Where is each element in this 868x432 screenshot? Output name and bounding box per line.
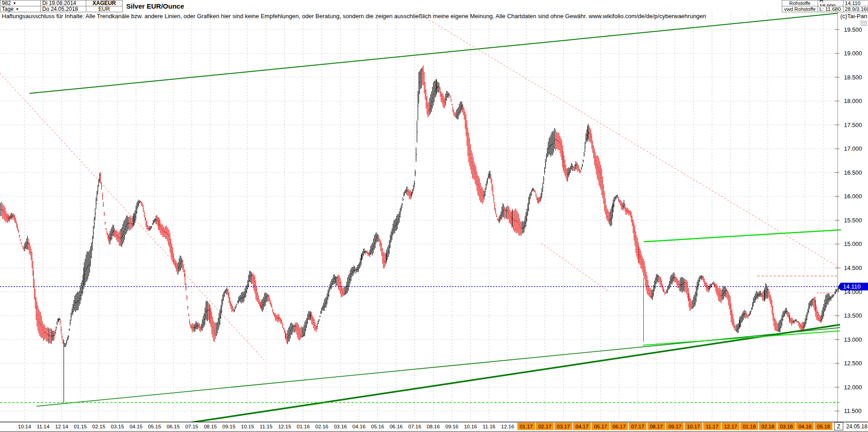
x-axis-label: 10.14 <box>18 424 31 429</box>
y-axis-label: 14.500 <box>844 265 862 271</box>
x-axis-label: 04.15 <box>129 424 143 429</box>
red-dashed-down-2016-2018 <box>416 12 841 268</box>
x-axis-label: 05.17 <box>594 424 607 429</box>
red-dashed-short-2017 <box>541 243 608 291</box>
x-axis-label: 02.16 <box>315 424 328 429</box>
lower-green-support-thick <box>184 325 840 424</box>
date-from-value: Di 19.08.2014 <box>42 0 76 6</box>
x-axis-label: 12.17 <box>724 424 737 429</box>
x-axis-label: 08.16 <box>427 424 440 429</box>
stats-value: 28.9/3.160 <box>845 6 868 12</box>
panel-toggle-icon[interactable] <box>861 21 867 26</box>
date-to-field[interactable]: Do 24.05.2018 <box>41 6 86 12</box>
period-value: Tage <box>2 6 14 12</box>
chevron-down-icon: ▼ <box>15 7 19 11</box>
price-bars <box>1 65 840 403</box>
data-source-row2: vwd Rohstoffe <box>782 6 818 12</box>
y-axis-label: 17.000 <box>844 145 862 152</box>
last-price-cell: 14.110 <box>843 0 868 6</box>
x-axis-label: 09.15 <box>222 424 236 429</box>
y-axis-label: 18.500 <box>844 74 862 81</box>
x-axis-label: 11.16 <box>483 424 495 429</box>
y-axis-label: 18.000 <box>844 98 862 104</box>
x-axis-label: 04.16 <box>352 424 365 429</box>
y-axis-label: 15.500 <box>844 217 862 224</box>
period-low: L: 11.680 <box>818 6 843 12</box>
x-axis-label: 02.17 <box>538 424 552 429</box>
date-from-field[interactable]: Di 19.08.2014 <box>41 0 86 6</box>
price-marker-badge: 14.110 <box>838 283 868 290</box>
y-axis-label: 15.000 <box>844 241 862 247</box>
x-axis-label: 11.15 <box>260 424 272 429</box>
application-window: 19.50019.00018.50018.00017.50017.00016.5… <box>0 0 868 432</box>
x-axis-label: 02.18 <box>761 424 774 429</box>
data-source-row1: Rohstoffe <box>782 0 818 6</box>
disclaimer-text: Haftungsausschluss für Inhalte: Alle Tre… <box>2 13 706 20</box>
x-axis-label: 01.16 <box>297 424 310 429</box>
x-axis-label: 01.18 <box>743 424 756 429</box>
chart-area[interactable]: 19.50019.00018.50018.00017.50017.00016.5… <box>0 0 868 432</box>
x-axis-label: 05.16 <box>371 424 384 429</box>
z-label[interactable]: Z <box>837 423 840 430</box>
bars-up <box>1 68 839 347</box>
x-axis-label: 11.17 <box>705 424 718 429</box>
bars-down <box>2 65 820 347</box>
x-axis-label: 10.17 <box>687 424 700 429</box>
x-axis-label: 11.14 <box>37 424 50 429</box>
upper-green-channel <box>30 13 838 93</box>
currency-cell: EUR <box>86 6 123 12</box>
period-high: H: 18.900 <box>818 0 843 6</box>
x-axis-label: 12.15 <box>278 424 291 429</box>
last-price-value: 14.110 <box>845 0 860 6</box>
x-axis-label: 01.17 <box>520 424 533 429</box>
x-axis-label: 04.18 <box>799 424 812 429</box>
bars-count-dropdown[interactable]: 982 ▼ <box>0 0 41 6</box>
source2-label: vwd Rohstoffe <box>784 6 816 12</box>
x-axis-label: 06.17 <box>612 424 626 429</box>
y-axis-label: 12.500 <box>844 360 862 367</box>
y-axis-label: 19.500 <box>844 26 862 33</box>
x-axis-label: 10.16 <box>464 424 477 429</box>
x-axis-label: 03.15 <box>111 424 124 429</box>
y-axis-label: 13.500 <box>844 312 862 319</box>
currency-value: EUR <box>99 6 110 12</box>
period-dropdown[interactable]: Tage ▼ <box>0 6 41 12</box>
x-axis-label: 07.16 <box>408 424 421 429</box>
x-axis-label: 12.16 <box>501 424 514 429</box>
x-axis-label: 12.14 <box>55 424 68 429</box>
page-title: Silver EUR/Ounce <box>126 0 184 12</box>
x-axis-label: 09.16 <box>445 424 459 429</box>
x-axis-label: 03.18 <box>780 424 793 429</box>
x-axis-label: 08.17 <box>650 424 663 429</box>
x-axis-label: 07.15 <box>185 424 198 429</box>
x-axis-label: 08.15 <box>204 424 217 429</box>
x-axis-label: 10.15 <box>241 424 254 429</box>
x-axis-label: 05.15 <box>148 424 161 429</box>
symbol-cell: XAGEUR <box>86 0 123 6</box>
y-axis-label: 16.000 <box>844 193 862 200</box>
header: 982 ▼ Tage ▼ Di 19.08.2014 Do 24.05.2018… <box>0 0 868 12</box>
last-date-label: 24.05.18 <box>846 423 868 430</box>
x-axis: 10.1411.1412.1401.1502.1503.1504.1505.15… <box>18 422 868 430</box>
stats-cell: 28.9/3.160 <box>843 6 868 12</box>
x-axis-label: 03.17 <box>557 424 570 429</box>
x-axis-label: 06.16 <box>390 424 403 429</box>
bars-count-value: 982 <box>2 0 11 6</box>
y-axis-label: 13.000 <box>844 336 862 343</box>
price-marker-value: 14.110 <box>843 283 861 290</box>
light-green-support-2017 <box>643 331 840 345</box>
bar-ticks-down <box>2 71 821 346</box>
x-axis-label: 09.17 <box>668 424 681 429</box>
x-axis-label: 02.15 <box>92 424 105 429</box>
x-axis-label: 05.18 <box>817 424 830 429</box>
low-value: L: 11.680 <box>819 6 841 12</box>
bar-ticks-up <box>1 70 840 347</box>
x-axis-label: 04.17 <box>576 424 589 429</box>
x-axis-label: 03.16 <box>334 424 347 429</box>
y-axis-label: 19.000 <box>844 50 862 57</box>
y-axis-label: 11.500 <box>844 407 862 414</box>
copyright-label: (c)Tai-Pan <box>840 13 867 20</box>
y-axis-label: 16.500 <box>844 169 862 176</box>
symbol-value: XAGEUR <box>93 0 116 6</box>
y-axis-label: 12.000 <box>844 384 862 391</box>
